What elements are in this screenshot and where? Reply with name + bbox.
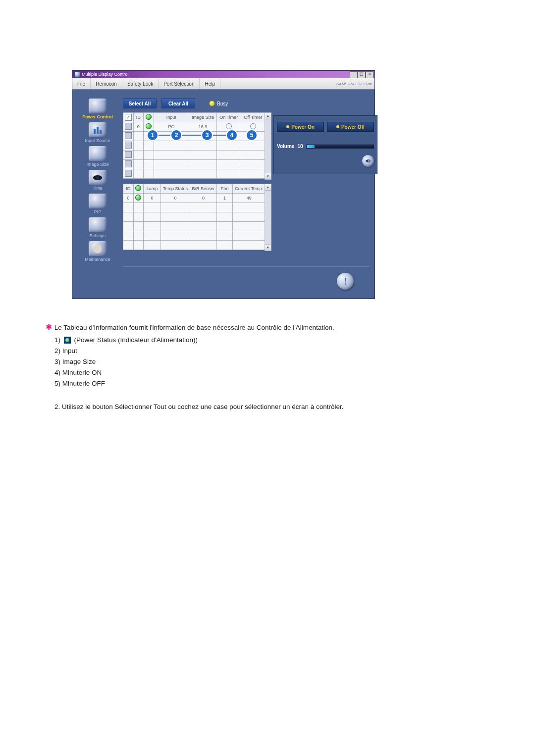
cell-fan: 1 — [216, 194, 233, 203]
titlebar: Multiple Display Control _ ▢ × — [72, 71, 374, 78]
table-row[interactable] — [123, 222, 266, 231]
power-status-icon — [146, 123, 152, 129]
scroll-up-icon[interactable]: ▴ — [265, 184, 271, 191]
row-checkbox[interactable] — [125, 170, 132, 177]
sidebar-item-settings[interactable]: Settings — [77, 217, 118, 238]
scroll-down-icon[interactable]: ▾ — [265, 173, 271, 179]
sidebar-item-label: Input Source — [85, 138, 110, 143]
table-row[interactable] — [123, 141, 266, 151]
sidebar-item-label: Image Size — [86, 162, 108, 167]
close-button[interactable]: × — [366, 71, 374, 78]
volume-control: Volume 10 — [277, 144, 374, 149]
menu-port-selection[interactable]: Port Selection — [159, 78, 200, 89]
power-off-button[interactable]: Power Off — [327, 122, 374, 132]
table-row[interactable]: 0 0 0 0 1 49 — [123, 194, 266, 203]
row-checkbox[interactable] — [125, 151, 132, 158]
volume-value: 10 — [297, 144, 303, 149]
power-on-label: Power On — [291, 124, 315, 130]
menu-remocon[interactable]: Remocon — [91, 78, 122, 89]
display-table: ✓ ID Input Image Size On Timer Off Timer… — [123, 112, 266, 179]
doc-item-1: 1) (Power Status (Indicateur d'Alimentat… — [54, 336, 451, 345]
sidebar: Power Control Input Source Image Size Ti… — [77, 99, 118, 265]
toolbar: Select All Clear All Busy — [123, 99, 267, 108]
scrollbar[interactable]: ▴ ▾ — [265, 184, 271, 251]
table-row[interactable] — [123, 203, 266, 212]
cell-current-temp: 49 — [233, 194, 266, 203]
table-row[interactable] — [123, 160, 266, 169]
table-row[interactable] — [123, 151, 266, 160]
cell-br-sensor: 0 — [190, 194, 216, 203]
th-id: ID — [133, 113, 144, 122]
scrollbar[interactable]: ▴ ▾ — [265, 112, 271, 180]
workspace: Power Control Input Source Image Size Ti… — [72, 89, 374, 299]
row-checkbox[interactable] — [125, 132, 132, 139]
sidebar-item-image-size[interactable]: Image Size — [77, 146, 118, 167]
display-table-wrap: ✓ ID Input Image Size On Timer Off Timer… — [123, 112, 267, 179]
cell-lamp: 0 — [144, 194, 161, 203]
table-row[interactable] — [123, 132, 266, 141]
sidebar-item-label: PIP — [94, 209, 102, 214]
table-row[interactable] — [123, 212, 266, 222]
menu-help[interactable]: Help — [200, 78, 220, 89]
volume-slider[interactable] — [306, 145, 374, 149]
sidebar-item-pip[interactable]: PIP — [77, 194, 118, 214]
row-checkbox[interactable] — [125, 160, 132, 167]
doc-item-3: 3) Image Size — [54, 357, 451, 366]
sidebar-item-time[interactable]: Time — [77, 170, 118, 191]
center-panel: Select All Clear All Busy ✓ — [123, 99, 267, 250]
doc-item-4: 4) Minuterie ON — [54, 368, 451, 377]
table-row[interactable]: 0 PC 16:9 — [123, 122, 266, 132]
power-off-label: Power Off — [341, 124, 365, 130]
scroll-down-icon[interactable]: ▾ — [265, 244, 271, 251]
menu-file[interactable]: File — [72, 78, 91, 89]
th-br-sensor: B/R Senser — [190, 184, 216, 194]
minimize-button[interactable]: _ — [350, 71, 358, 78]
maintenance-icon — [89, 241, 107, 256]
maximize-button[interactable]: ▢ — [358, 71, 366, 78]
sidebar-item-input-source[interactable]: Input Source — [77, 122, 118, 143]
cell-id: 0 — [123, 194, 134, 203]
settings-icon — [89, 217, 107, 232]
th-checkbox: ✓ — [123, 113, 134, 122]
row-checkbox[interactable] — [125, 142, 132, 149]
scroll-up-icon[interactable]: ▴ — [265, 113, 271, 119]
table-row[interactable] — [123, 231, 266, 241]
th-fan: Fan — [216, 184, 233, 194]
power-on-button[interactable]: Power On — [277, 122, 324, 132]
cell-input: PC — [154, 122, 189, 132]
th-input: Input — [154, 113, 189, 122]
th-id: ID — [123, 184, 134, 194]
bullet-icon — [286, 125, 289, 128]
menubar: File Remocon Safety Lock Port Selection … — [72, 78, 374, 90]
sidebar-item-maintenance[interactable]: Maintenance — [77, 241, 118, 262]
brand-label: SAMSUNG DIGITall — [336, 78, 374, 89]
th-status — [144, 113, 154, 122]
sidebar-item-power-control[interactable]: Power Control — [77, 99, 118, 119]
doc-intro: Le Tableau d'Information fournit l'infor… — [54, 324, 334, 331]
th-lamp: Lamp — [144, 184, 161, 194]
row-checkbox[interactable] — [125, 123, 132, 130]
table-row[interactable] — [123, 241, 266, 250]
clear-all-button[interactable]: Clear All — [161, 99, 195, 108]
pip-icon — [89, 194, 107, 208]
th-off-timer: Off Timer — [241, 113, 265, 122]
select-all-button[interactable]: Select All — [123, 99, 157, 108]
table-row[interactable] — [123, 169, 266, 179]
busy-icon — [209, 101, 215, 106]
volume-fill — [307, 145, 315, 148]
doc-item-2: 2) Input — [54, 347, 451, 355]
cell-on-timer — [216, 122, 241, 132]
cell-off-timer — [241, 122, 265, 132]
busy-label: Busy — [217, 101, 228, 106]
th-on-timer: On Timer — [216, 113, 241, 122]
time-icon — [89, 170, 107, 185]
sidebar-item-label: Maintenance — [85, 257, 110, 262]
info-button[interactable]: ! — [337, 273, 354, 290]
speaker-button[interactable] — [362, 155, 374, 167]
th-image-size: Image Size — [189, 113, 216, 122]
doc-paragraph-2: 2. Utilisez le bouton Sélectionner Tout … — [54, 403, 451, 411]
power-status-icon — [64, 337, 71, 344]
menu-safety-lock[interactable]: Safety Lock — [122, 78, 159, 89]
doc-item-5: 5) Minuterie OFF — [54, 379, 451, 388]
app-icon — [74, 71, 80, 77]
